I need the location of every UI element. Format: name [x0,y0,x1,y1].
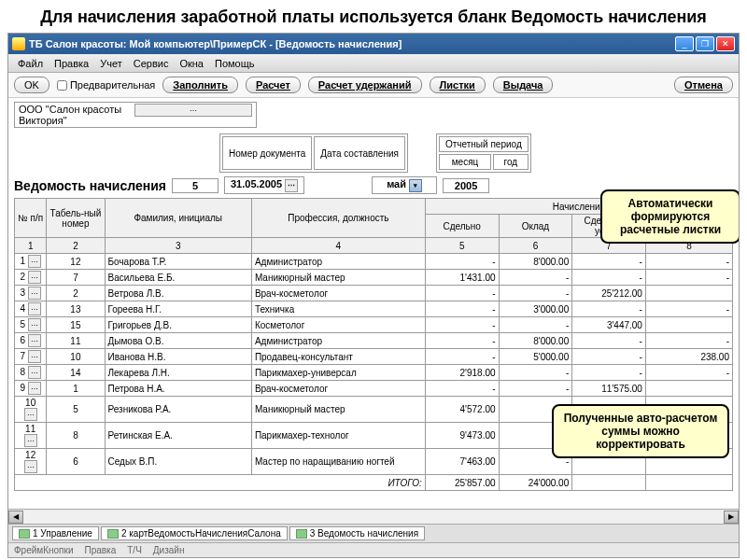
preliminary-checkbox-input[interactable] [57,80,67,91]
cell-name[interactable]: Дымова О.В. [105,333,251,349]
cell-name[interactable]: Васильева Е.Б. [105,270,251,286]
scroll-left-icon[interactable]: ◀ [8,511,23,524]
cell-tabnum[interactable]: 10 [47,349,105,365]
year-field[interactable]: 2005 [443,178,489,193]
horizontal-scrollbar[interactable]: ◀ ▶ [8,509,739,524]
cancel-button[interactable]: Отмена [674,77,733,93]
table-row[interactable]: 2 ⋯7Васильева Е.Б.Маникюрный мастер1'431… [15,270,733,286]
cell-piece-cosm[interactable] [645,317,732,333]
cell-n[interactable]: 2 ⋯ [15,270,47,286]
cell-salary[interactable]: - [499,286,572,301]
cell-salary[interactable]: 8'000.00 [499,254,572,270]
menu-accounting[interactable]: Учет [94,56,128,70]
cell-piece-serv[interactable]: - [572,270,646,286]
calc-deductions-button[interactable]: Расчет удержаний [308,77,422,93]
cell-piece[interactable]: 7'463.00 [425,449,499,475]
cell-piece-serv[interactable]: - [572,301,646,317]
cell-tabnum[interactable]: 14 [47,365,105,381]
cell-tabnum[interactable]: 2 [47,286,105,301]
cell-n[interactable]: 6 ⋯ [15,333,47,349]
cell-tabnum[interactable]: 5 [47,397,105,423]
menu-file[interactable]: Файл [12,56,49,70]
cell-piece-cosm[interactable]: - [645,254,732,270]
cell-position[interactable]: Техничка [251,301,425,317]
slips-button[interactable]: Листки [430,77,486,93]
cell-n[interactable]: 7 ⋯ [15,349,47,365]
cell-piece-cosm[interactable] [645,286,732,301]
cell-n[interactable]: 3 ⋯ [15,286,47,301]
cell-n[interactable]: 12 ⋯ [15,449,47,475]
cell-piece[interactable]: 9'473.00 [425,423,499,449]
cell-n[interactable]: 4 ⋯ [15,301,47,317]
calc-button[interactable]: Расчет [246,77,301,93]
cell-n[interactable]: 8 ⋯ [15,365,47,381]
row-lookup-button[interactable]: ⋯ [28,334,41,347]
month-dropdown-icon[interactable]: ▾ [409,179,422,192]
organization-field[interactable]: ООО "Салон красоты Виктория" ⋯ [14,102,257,128]
row-lookup-button[interactable]: ⋯ [24,460,37,473]
cell-tabnum[interactable]: 7 [47,270,105,286]
cell-name[interactable]: Резникова Р.А. [105,397,251,423]
cell-piece-serv[interactable]: 11'575.00 [572,381,646,397]
cell-name[interactable]: Григорьев Д.В. [105,317,251,333]
cell-salary[interactable]: 8'000.00 [499,333,572,349]
cell-piece[interactable]: - [425,286,499,301]
row-lookup-button[interactable]: ⋯ [28,382,41,395]
cell-position[interactable]: Парикмахер-универсал [251,365,425,381]
table-row[interactable]: 7 ⋯10Иванова Н.В.Продавец-консультант-5'… [15,349,733,365]
close-button[interactable]: ✕ [716,36,735,51]
cell-name[interactable]: Иванова Н.В. [105,349,251,365]
table-row[interactable]: 3 ⋯2Ветрова Л.В.Врач-косметолог--25'212.… [15,286,733,301]
cell-position[interactable]: Парикмахер-технолог [251,423,425,449]
preliminary-checkbox[interactable]: Предварительная [57,79,155,91]
cell-piece[interactable]: - [425,254,499,270]
cell-position[interactable]: Администратор [251,254,425,270]
row-lookup-button[interactable]: ⋯ [28,302,41,315]
cell-tabnum[interactable]: 13 [47,301,105,317]
tab-vedomost[interactable]: 3 Ведомость начисления [289,526,425,540]
cell-position[interactable]: Мастер по наращиванию ногтей [251,449,425,475]
minimize-button[interactable]: _ [675,36,694,51]
table-row[interactable]: 8 ⋯14Лекарева Л.Н.Парикмахер-универсал2'… [15,365,733,381]
cell-name[interactable]: Ветрова Л.В. [105,286,251,301]
table-row[interactable]: 4 ⋯13Гореева Н.Г.Техничка-3'000.00-- [15,301,733,317]
cell-tabnum[interactable]: 8 [47,423,105,449]
tab-management[interactable]: 1 Управление [12,526,99,540]
cell-name[interactable]: Гореева Н.Г. [105,301,251,317]
table-row[interactable]: 9 ⋯1Петрова Н.А.Врач-косметолог--11'575.… [15,381,733,397]
cell-piece[interactable]: 2'918.00 [425,365,499,381]
row-lookup-button[interactable]: ⋯ [24,434,37,447]
cell-piece-serv[interactable]: - [572,349,646,365]
cell-position[interactable]: Врач-косметолог [251,381,425,397]
maximize-button[interactable]: ❐ [696,36,714,51]
cell-salary[interactable]: - [499,270,572,286]
cell-piece-serv[interactable]: 3'447.00 [572,317,646,333]
cell-piece-cosm[interactable]: 238.00 [645,349,732,365]
tab-card-vedomost[interactable]: 2 картВедомостьНачисленияСалона [101,526,288,540]
row-lookup-button[interactable]: ⋯ [28,271,41,284]
cell-piece[interactable]: 4'572.00 [425,397,499,423]
cell-salary[interactable]: 3'000.00 [499,301,572,317]
cell-piece-cosm[interactable]: - [645,270,732,286]
cell-n[interactable]: 5 ⋯ [15,317,47,333]
menu-edit[interactable]: Правка [49,56,94,70]
menu-windows[interactable]: Окна [174,56,209,70]
cell-position[interactable]: Продавец-консультант [251,349,425,365]
table-row[interactable]: 6 ⋯11Дымова О.В.Администратор-8'000.00-- [15,333,733,349]
cell-piece-serv[interactable]: 25'212.00 [572,286,646,301]
cell-n[interactable]: 10 ⋯ [15,397,47,423]
table-row[interactable]: 5 ⋯15Григорьев Д.В.Косметолог--3'447.00 [15,317,733,333]
payout-button[interactable]: Выдача [493,77,554,93]
date-picker-button[interactable]: ⋯ [285,179,298,192]
cell-tabnum[interactable]: 12 [47,254,105,270]
table-row[interactable]: 1 ⋯12Бочарова Т.Р.Администратор-8'000.00… [15,254,733,270]
row-lookup-button[interactable]: ⋯ [28,366,41,379]
cell-piece[interactable]: - [425,349,499,365]
row-lookup-button[interactable]: ⋯ [24,408,37,421]
cell-piece-cosm[interactable]: - [645,333,732,349]
cell-n[interactable]: 1 ⋯ [15,254,47,270]
scroll-track[interactable] [23,511,724,524]
cell-piece-cosm[interactable] [645,381,732,397]
row-lookup-button[interactable]: ⋯ [28,318,41,331]
cell-tabnum[interactable]: 6 [47,449,105,475]
